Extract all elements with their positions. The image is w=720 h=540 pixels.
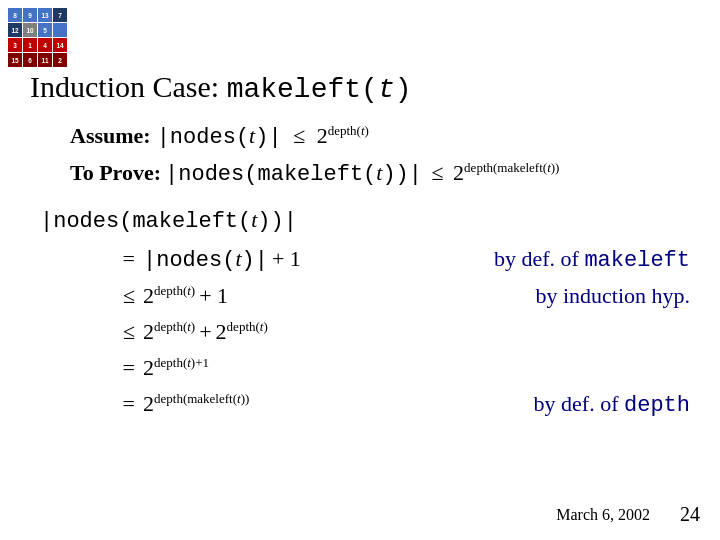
- step3-op: ≤: [100, 319, 135, 345]
- step3-sup2: depth(t): [227, 319, 268, 334]
- grid-cell: 8: [8, 8, 22, 22]
- step5-reason-text1: by def. of: [534, 391, 624, 416]
- toprove-expr: |nodes(makeleft(t))|: [165, 160, 422, 187]
- step5-base: 2depth(makeleft(t)): [143, 391, 249, 417]
- assume-line: Assume: |nodes(t)| ≤ 2depth(t): [70, 123, 690, 150]
- grid-cell: 3: [8, 38, 22, 52]
- main-content: Induction Case: makeleft(t) Assume: |nod…: [30, 70, 690, 428]
- grid-cell: [53, 23, 67, 37]
- proof-block: |nodes(makeleft(t))| = |nodes(t)| + 1 by…: [40, 207, 690, 418]
- proof-top-code: |nodes(makeleft(t))|: [40, 207, 297, 234]
- grid-logo: 8 9 13 7 12 10 5 3 1 4 14 15 6 11 2: [8, 8, 67, 67]
- proof-step-3: ≤ 2depth(t) + 2depth(t): [100, 319, 690, 345]
- proof-step-4: = 2depth(t)+1: [100, 355, 690, 381]
- proof-step-2: ≤ 2depth(t) + 1 by induction hyp.: [100, 283, 690, 309]
- step2-reason-text: by induction hyp.: [535, 283, 690, 308]
- step4-op: =: [100, 355, 135, 381]
- grid-cell: 9: [23, 8, 37, 22]
- proof-top-expr: |nodes(makeleft(t))|: [40, 207, 690, 234]
- grid-cell: 1: [23, 38, 37, 52]
- step3-base1: 2depth(t): [143, 319, 195, 345]
- grid-cell: 11: [38, 53, 52, 67]
- grid-cell: 13: [38, 8, 52, 22]
- step2-reason: by induction hyp.: [535, 283, 690, 309]
- grid-cell: 2: [53, 53, 67, 67]
- grid-cell: 10: [23, 23, 37, 37]
- title-code: makeleft(t): [227, 74, 412, 105]
- step2-plus: + 1: [199, 283, 228, 309]
- step2-expr: 2depth(t) + 1: [143, 283, 495, 309]
- footer-date: March 6, 2002: [556, 506, 650, 524]
- step1-reason: by def. of makeleft: [494, 246, 690, 273]
- toprove-base: 2depth(makeleft(t)): [453, 160, 559, 186]
- assume-label: Assume:: [70, 123, 151, 149]
- step1-expr: |nodes(t)| + 1: [143, 246, 454, 273]
- footer-page: 24: [680, 503, 700, 526]
- assume-sup: depth(t): [328, 123, 369, 138]
- step1-code: |nodes(t)|: [143, 246, 268, 273]
- proof-step-1: = |nodes(t)| + 1 by def. of makeleft: [100, 246, 690, 273]
- grid-cell: 4: [38, 38, 52, 52]
- step3-base2: 2depth(t): [216, 319, 268, 345]
- slide-title: Induction Case: makeleft(t): [30, 70, 690, 105]
- assume-expr: |nodes(t)|: [157, 123, 282, 150]
- step5-reason-text2: depth: [624, 393, 690, 418]
- grid-cell: 5: [38, 23, 52, 37]
- step3-expr: 2depth(t) + 2depth(t): [143, 319, 690, 345]
- toprove-label: To Prove:: [70, 160, 161, 186]
- step5-sup: depth(makeleft(t)): [154, 391, 249, 406]
- step1-reason-code: makeleft: [584, 248, 690, 273]
- grid-cell: 15: [8, 53, 22, 67]
- grid-cell: 12: [8, 23, 22, 37]
- step5-op: =: [100, 391, 135, 417]
- step4-expr: 2depth(t)+1: [143, 355, 690, 381]
- title-text: Induction Case:: [30, 70, 219, 103]
- toprove-line: To Prove: |nodes(makeleft(t))| ≤ 2depth(…: [70, 160, 690, 187]
- grid-cell: 14: [53, 38, 67, 52]
- step4-base: 2depth(t)+1: [143, 355, 209, 381]
- step5-reason: by def. of depth: [534, 391, 690, 418]
- grid-cell: 7: [53, 8, 67, 22]
- toprove-leq: ≤: [426, 160, 449, 186]
- step2-base: 2depth(t): [143, 283, 195, 309]
- step1-plus: + 1: [272, 246, 301, 272]
- grid-cell: 6: [23, 53, 37, 67]
- toprove-sup: depth(makeleft(t)): [464, 160, 559, 175]
- assume-leq: ≤: [288, 123, 311, 149]
- proof-step-5: = 2depth(makeleft(t)) by def. of depth: [100, 391, 690, 418]
- step3-plus: +: [199, 319, 211, 345]
- step2-op: ≤: [100, 283, 135, 309]
- step5-expr: 2depth(makeleft(t)): [143, 391, 494, 417]
- step4-sup: depth(t)+1: [154, 355, 209, 370]
- step3-sup1: depth(t): [154, 319, 195, 334]
- step2-sup: depth(t): [154, 283, 195, 298]
- step1-op: =: [100, 246, 135, 272]
- step1-reason-text: by def. of: [494, 246, 584, 271]
- footer: March 6, 2002 24: [556, 503, 700, 526]
- assume-base: 2depth(t): [317, 123, 369, 149]
